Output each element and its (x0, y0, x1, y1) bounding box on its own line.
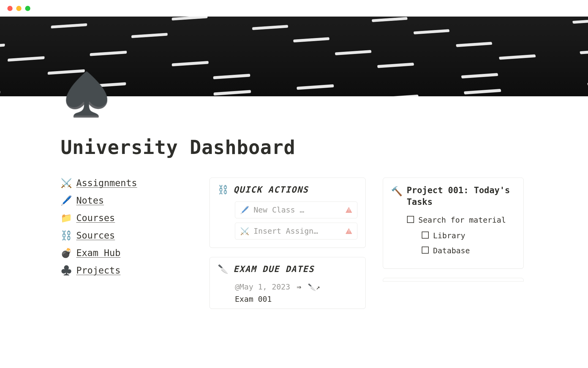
exam-due-dates-card: 🔪 EXAM DUE DATES @May 1, 2023 ⇒ 🔪↗ Exam … (209, 257, 366, 309)
task-item[interactable]: Database (422, 245, 515, 256)
project-card: 🔨 Project 001: Today's Tasks Search for … (383, 178, 524, 269)
nav-link-label: Courses (76, 213, 115, 223)
task-label: Database (433, 245, 470, 256)
checkbox[interactable] (407, 216, 414, 223)
window-chrome (0, 0, 588, 17)
exam-date[interactable]: @May 1, 2023 (235, 282, 290, 291)
nav-link-sources[interactable]: ⛓️ Sources (61, 230, 192, 241)
folder-icon: 📁 (61, 213, 72, 223)
page-icon[interactable]: ♠️ (61, 74, 113, 115)
nav-link-notes[interactable]: 🖊️ Notes (61, 195, 192, 206)
nav-link-label: Sources (76, 230, 115, 241)
pen-icon: 🖊️ (61, 196, 72, 205)
quick-actions-header: ⛓️ QUICK ACTIONS (218, 185, 357, 195)
nav-column: ⚔️ Assignments 🖊️ Notes 📁 Courses ⛓️ Sou… (61, 178, 192, 276)
quick-action-new-class[interactable]: 🖊️ New Class … (235, 201, 357, 218)
nav-link-label: Notes (76, 195, 104, 206)
arrow-icon: ⇒ (297, 282, 301, 291)
nav-link-assignments[interactable]: ⚔️ Assignments (61, 178, 192, 188)
next-card-peek (383, 278, 524, 282)
warning-icon (345, 207, 352, 213)
main-column: ⛓️ QUICK ACTIONS 🖊️ New Class … ⚔️ Inser… (209, 178, 366, 318)
task-label: Library (433, 230, 465, 241)
exam-name[interactable]: Exam 001 (235, 293, 357, 305)
bomb-icon: 💣 (61, 248, 72, 258)
card-title: QUICK ACTIONS (233, 185, 308, 195)
window-maximize-button[interactable] (25, 6, 30, 11)
task-label: Search for material (418, 215, 506, 225)
right-column: 🔨 Project 001: Today's Tasks Search for … (383, 178, 524, 282)
nav-link-label: Projects (76, 265, 121, 276)
page-title[interactable]: University Dashboard (61, 136, 551, 159)
project-header: 🔨 Project 001: Today's Tasks (391, 185, 515, 208)
exam-due-header: 🔪 EXAM DUE DATES (218, 264, 357, 274)
club-icon: ♣️ (61, 266, 72, 275)
task-item[interactable]: Search for material (407, 215, 515, 225)
task-item[interactable]: Library (422, 230, 515, 241)
nav-link-label: Exam Hub (76, 247, 121, 258)
nav-link-exam-hub[interactable]: 💣 Exam Hub (61, 247, 192, 258)
window-minimize-button[interactable] (16, 6, 21, 11)
window-close-button[interactable] (7, 6, 13, 11)
nav-link-courses[interactable]: 📁 Courses (61, 213, 192, 223)
checkbox[interactable] (422, 247, 429, 254)
card-title: EXAM DUE DATES (233, 264, 314, 274)
quick-action-insert-assignment[interactable]: ⚔️ Insert Assign… (235, 223, 357, 240)
quick-action-label: Insert Assign… (254, 227, 341, 236)
warning-icon (345, 228, 352, 234)
swords-icon: ⚔️ (61, 178, 72, 188)
quick-actions-card: ⛓️ QUICK ACTIONS 🖊️ New Class … ⚔️ Inser… (209, 178, 366, 248)
nav-link-label: Assignments (76, 178, 137, 188)
nav-link-projects[interactable]: ♣️ Projects (61, 265, 192, 276)
knife-icon: 🔪 (218, 264, 229, 274)
pen-icon: 🖊️ (240, 206, 249, 214)
quick-action-label: New Class … (254, 205, 341, 214)
hammer-icon: 🔨 (391, 185, 402, 198)
chains-icon: ⛓️ (218, 185, 229, 195)
chains-icon: ⛓️ (61, 231, 72, 240)
checkbox[interactable] (422, 232, 429, 239)
card-title: Project 001: Today's Tasks (407, 185, 515, 208)
exam-link-icon[interactable]: 🔪↗ (308, 283, 320, 291)
swords-icon: ⚔️ (240, 227, 249, 236)
